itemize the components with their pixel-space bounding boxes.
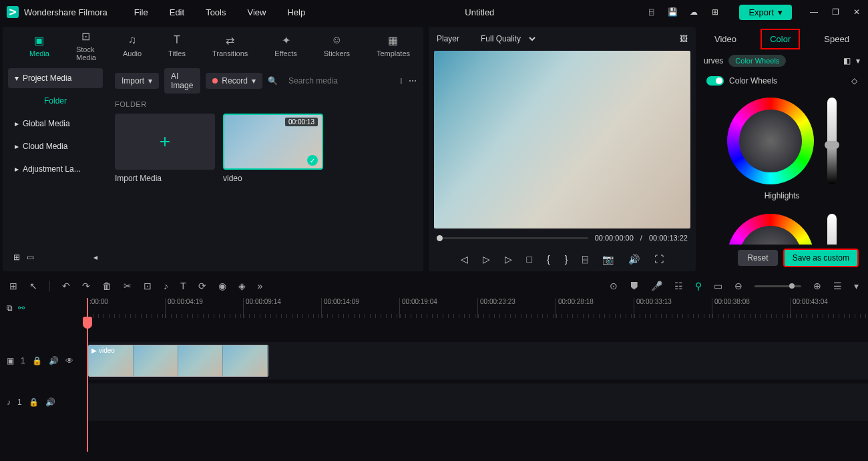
sidebar-project-media[interactable]: ▾Project Media (8, 68, 103, 88)
inspector-tab-speed[interactable]: Speed (816, 30, 857, 48)
chevron-down-icon[interactable]: ▾ (854, 281, 859, 291)
chevron-down-icon[interactable]: ▾ (856, 56, 860, 65)
import-media-tile[interactable]: + Import Media (115, 114, 215, 183)
eye-icon[interactable]: 👁 (65, 356, 73, 365)
list-icon[interactable]: ☰ (833, 281, 842, 291)
video-media-tile[interactable]: 00:00:13 ✓ video (223, 114, 323, 183)
zoom-slider[interactable] (754, 285, 801, 287)
import-button[interactable]: Import▾ (115, 73, 159, 89)
cloud-icon[interactable]: ☁ (688, 7, 699, 17)
collapse-icon[interactable]: ◂ (93, 253, 97, 262)
play-icon[interactable]: ▷ (505, 254, 512, 265)
mixer-icon[interactable]: ☷ (674, 281, 683, 291)
zoom-in-icon[interactable]: ⊕ (813, 281, 821, 291)
tab-audio[interactable]: ♫Audio (110, 31, 155, 60)
tab-stickers[interactable]: ☺Stickers (310, 31, 363, 60)
ratio-icon[interactable]: ▭ (714, 281, 722, 291)
record-button[interactable]: Record▾ (206, 73, 262, 89)
mark-out-icon[interactable]: } (565, 254, 568, 265)
zoom-out-icon[interactable]: ⊖ (734, 281, 742, 291)
menu-edit[interactable]: Edit (162, 7, 192, 17)
menu-file[interactable]: File (126, 7, 156, 17)
lock-icon[interactable]: 🔒 (29, 398, 39, 407)
search-input[interactable] (283, 73, 394, 89)
chain-icon[interactable]: ⚯ (18, 303, 25, 313)
redo-icon[interactable]: ↷ (82, 281, 90, 291)
new-folder-icon[interactable]: ⊞ (13, 253, 20, 262)
audio-track-body[interactable] (87, 383, 868, 421)
grid-icon[interactable]: ⊞ (9, 281, 17, 291)
video-clip[interactable]: ▶video (88, 345, 268, 377)
reset-button[interactable]: Reset (738, 250, 777, 266)
filter-icon[interactable]: ⫶ (399, 76, 403, 86)
menu-tools[interactable]: Tools (198, 7, 234, 17)
maximize-icon[interactable]: ❐ (831, 7, 840, 17)
magnet-icon[interactable]: ⚲ (695, 281, 702, 291)
lock-icon[interactable]: 🔒 (32, 356, 42, 365)
save-custom-button[interactable]: Save as custom (783, 249, 859, 267)
scrubber-handle[interactable] (437, 235, 443, 241)
inspector-tab-color[interactable]: Color (761, 29, 800, 49)
delete-icon[interactable]: 🗑 (102, 281, 112, 291)
more-icon[interactable]: ⋯ (409, 76, 417, 86)
cut-icon[interactable]: ✂ (124, 281, 132, 291)
stop-icon[interactable]: □ (527, 254, 532, 265)
fullscreen-icon[interactable]: ⛶ (654, 254, 664, 265)
timeline-ruler[interactable]: :00:00 00:00:04:19 00:00:09:14 00:00:14:… (87, 298, 868, 318)
tab-effects[interactable]: ✦Effects (261, 31, 310, 60)
minimize-icon[interactable]: — (809, 7, 819, 17)
save-icon[interactable]: 💾 (667, 7, 678, 17)
cursor-icon[interactable]: ↖ (29, 281, 37, 291)
highlights-wheel[interactable] (727, 98, 814, 184)
device-icon[interactable]: ⌸ (646, 7, 656, 17)
mute-icon[interactable]: 🔊 (45, 398, 55, 407)
preview-canvas[interactable] (434, 51, 690, 228)
midtones-slider[interactable] (827, 214, 837, 245)
close-icon[interactable]: ✕ (852, 7, 861, 17)
text-icon[interactable]: T (180, 281, 186, 291)
quality-select[interactable]: Full Quality (473, 31, 537, 47)
video-track-body[interactable]: ▶video (87, 342, 868, 379)
keyframe-icon[interactable]: ◈ (238, 281, 246, 291)
folder-icon[interactable]: ▭ (27, 253, 34, 262)
display-icon[interactable]: ⌸ (582, 254, 588, 265)
undo-icon[interactable]: ↶ (62, 281, 70, 291)
sub-tab-color-wheels[interactable]: Color Wheels (728, 55, 786, 67)
playhead[interactable] (87, 298, 88, 452)
color-wheels-toggle[interactable] (706, 76, 724, 86)
scrubber-track[interactable] (437, 237, 588, 239)
tab-templates[interactable]: ▦Templates (363, 31, 423, 60)
mark-in-icon[interactable]: { (547, 254, 550, 265)
export-button[interactable]: Export▾ (739, 5, 792, 20)
sub-tab-curves[interactable]: urves (704, 56, 723, 65)
ai-image-button[interactable]: AI Image (164, 68, 200, 94)
menu-view[interactable]: View (239, 7, 274, 17)
music-icon[interactable]: ♪ (164, 281, 168, 291)
sidebar-global-media[interactable]: ▸Global Media (8, 114, 103, 134)
tab-stock[interactable]: ⊡Stock Media (63, 27, 110, 64)
mute-icon[interactable]: 🔊 (49, 356, 59, 365)
tab-media[interactable]: ▣Media (16, 31, 63, 60)
menu-help[interactable]: Help (279, 7, 313, 17)
shield-icon[interactable]: ⛊ (630, 281, 639, 291)
play-clip-icon[interactable]: ▷ (483, 254, 490, 265)
tab-titles[interactable]: TTitles (155, 31, 199, 60)
sidebar-cloud-media[interactable]: ▸Cloud Media (8, 136, 103, 156)
apps-icon[interactable]: ⊞ (710, 7, 720, 17)
sidebar-folder[interactable]: Folder (8, 91, 103, 111)
more-icon[interactable]: » (258, 281, 263, 291)
midtones-wheel[interactable] (727, 214, 814, 245)
compare-icon[interactable]: ◧ (843, 56, 851, 65)
target-icon[interactable]: ⊙ (610, 281, 618, 291)
inspector-tab-video[interactable]: Video (706, 30, 744, 48)
slider-handle[interactable] (825, 141, 839, 149)
link-icon[interactable]: ⧉ (7, 303, 13, 313)
highlights-slider[interactable] (827, 98, 837, 184)
sidebar-adjustment[interactable]: ▸Adjustment La... (8, 159, 103, 179)
mic-icon[interactable]: 🎤 (651, 281, 662, 291)
camera-icon[interactable]: 📷 (602, 254, 614, 265)
volume-icon[interactable]: 🔊 (628, 254, 640, 265)
color-icon[interactable]: ◉ (218, 281, 226, 291)
prev-icon[interactable]: ◁ (461, 254, 468, 265)
tab-transitions[interactable]: ⇄Transitions (199, 31, 261, 60)
